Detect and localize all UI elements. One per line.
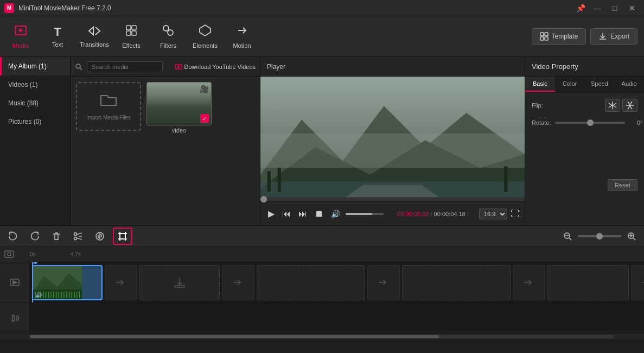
zoom-slider[interactable] [578, 235, 621, 237]
flip-row: Flip: [532, 99, 637, 112]
empty-clip-slot-1[interactable] [139, 265, 220, 300]
video-clip[interactable]: 🔊 [32, 265, 103, 300]
tool-motion[interactable]: Motion [224, 18, 260, 55]
effects-label: Effects [122, 42, 140, 49]
maximize-button[interactable]: □ [607, 3, 622, 14]
empty-clip-slot-3[interactable] [402, 265, 511, 300]
next-frame-button[interactable]: ⏭ [296, 207, 309, 221]
timeline-tracks: 🔊 [0, 262, 644, 333]
tool-elements[interactable]: Elements [187, 18, 224, 55]
transition-arrow-icon-2 [232, 276, 245, 289]
prev-frame-button[interactable]: ⏮ [280, 207, 293, 221]
download-clip-icon [173, 276, 186, 289]
minimize-button[interactable]: — [590, 3, 605, 14]
transition-slot-2[interactable] [222, 265, 254, 300]
sidebar-item-videos[interactable]: Videos (1) [0, 75, 70, 94]
media-sidebar: My Album (1) Videos (1) Music (88) Pictu… [0, 57, 71, 225]
audio-detach-button[interactable] [91, 229, 109, 244]
player-header: Player [260, 57, 525, 77]
tab-color[interactable]: Color [555, 77, 585, 92]
tool-filters[interactable]: Filters [150, 18, 187, 55]
tool-transitions[interactable]: Transitions [76, 18, 113, 55]
transition-slot-5[interactable] [631, 265, 644, 300]
video-frame [260, 77, 525, 197]
transition-arrow-icon [114, 276, 127, 289]
zoom-in-button[interactable] [623, 229, 640, 243]
aspect-ratio-select[interactable]: 16:9 4:3 1:1 9:16 [479, 209, 507, 219]
fullscreen-button[interactable]: ⛶ [511, 209, 519, 219]
text-label: Text [52, 41, 63, 48]
svg-marker-49 [13, 281, 17, 284]
empty-clip-slot-4[interactable] [547, 265, 629, 300]
tool-media[interactable]: Media [2, 18, 39, 55]
export-icon [598, 32, 607, 41]
motion-icon [235, 24, 248, 40]
stop-button[interactable]: ⏹ [313, 207, 326, 221]
volume-indicator-icon: 🔊 [35, 292, 42, 298]
template-button[interactable]: Template [532, 28, 586, 45]
media-thumb-video[interactable]: 🎥 ✓ video [146, 82, 212, 134]
playhead[interactable] [32, 262, 33, 302]
svg-line-43 [633, 238, 635, 240]
sidebar-item-music[interactable]: Music (88) [0, 94, 70, 112]
tool-text[interactable]: T Text [39, 18, 76, 55]
tab-audio[interactable]: Audio [614, 77, 644, 92]
playhead-head [33, 262, 37, 264]
audio-track-icon [9, 313, 20, 324]
flip-label: Flip: [532, 102, 543, 109]
rotate-label: Rotate: [532, 119, 551, 126]
svg-line-40 [569, 238, 571, 240]
filters-icon [162, 24, 175, 40]
transition-slot-4[interactable] [513, 265, 545, 300]
time-total: 00:00:04.18 [434, 211, 466, 217]
cut-button[interactable] [69, 229, 87, 244]
svg-marker-8 [200, 25, 211, 36]
audio-track-label [0, 303, 29, 333]
play-button[interactable]: ▶ [266, 206, 277, 221]
volume-button[interactable]: 🔊 [329, 207, 342, 220]
player-progress[interactable] [260, 197, 525, 201]
export-label: Export [610, 33, 629, 40]
tab-basic[interactable]: Basic [525, 77, 555, 92]
zoom-out-button[interactable] [559, 229, 576, 243]
transition-slot-1[interactable] [105, 265, 137, 300]
redo-button[interactable] [26, 229, 43, 244]
player-progress-thumb[interactable] [260, 196, 267, 203]
sidebar-item-pictures[interactable]: Pictures (0) [0, 112, 70, 131]
zoom-out-icon [563, 231, 572, 241]
delete-button[interactable] [48, 229, 65, 244]
transition-arrow-icon-3 [377, 276, 390, 289]
svg-rect-5 [132, 31, 136, 35]
rotate-slider[interactable] [555, 122, 625, 124]
timeline-scrollbar[interactable] [0, 333, 644, 339]
search-input[interactable] [87, 61, 163, 72]
effects-icon [125, 24, 138, 40]
download-youtube-button[interactable]: Download YouTube Videos [175, 63, 256, 71]
tab-speed[interactable]: Speed [585, 77, 615, 92]
flip-horizontal-button[interactable] [605, 99, 620, 112]
rotate-controls: 0° [555, 119, 642, 126]
property-content: Flip: Rotate: 0° Reset [525, 92, 644, 198]
video-camera-icon: 🎥 [200, 85, 209, 93]
undo-button[interactable] [4, 229, 22, 244]
svg-rect-10 [545, 33, 548, 36]
crop-button[interactable] [113, 228, 132, 245]
tool-effects[interactable]: Effects [113, 18, 150, 55]
text-icon: T [54, 25, 61, 39]
export-button[interactable]: Export [590, 28, 637, 45]
player-area: Player [260, 57, 525, 225]
reset-button[interactable]: Reset [608, 179, 637, 191]
import-media-box[interactable]: Import Media Files [76, 82, 141, 131]
transition-slot-3[interactable] [367, 265, 400, 300]
sidebar-item-album[interactable]: My Album (1) [0, 57, 70, 75]
volume-slider-track[interactable] [346, 213, 384, 215]
scrollbar-thumb[interactable] [30, 335, 439, 338]
empty-clip-slot-2[interactable] [257, 265, 365, 300]
bottom-toolbar [0, 225, 644, 247]
svg-line-30 [76, 233, 82, 235]
svg-rect-21 [260, 134, 525, 168]
close-button[interactable]: ✕ [624, 3, 640, 14]
video-track-label [0, 262, 29, 303]
flip-vertical-button[interactable] [622, 99, 637, 112]
titlebar: M MiniTool MovieMaker Free 7.2.0 📌 — □ ✕ [0, 0, 644, 16]
